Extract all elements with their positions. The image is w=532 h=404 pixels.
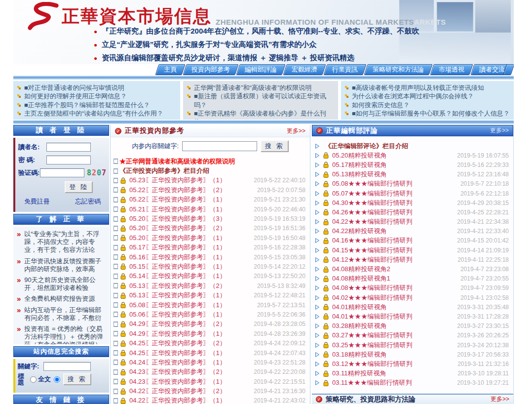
article-link[interactable]: 04.08精粹投研视角1	[332, 274, 390, 283]
article-link[interactable]: 05.20〖正华投资内部参考〗（1）	[129, 234, 226, 242]
article-row: 05.13〖正华投资内部参考〗（1） 2019-5-12 22:48:21	[114, 290, 307, 300]
lock-icon	[120, 273, 126, 280]
article-link[interactable]: 05.14〖正华投资内部参考〗（1）	[129, 272, 226, 281]
faq-link[interactable]: 如何更好的理解并使用正华网信息？	[17, 92, 177, 100]
faq-link[interactable]: ■高级读者帐号使用声明以及转载正华资讯须知	[344, 83, 510, 92]
article-link[interactable]: 05.17〖正华投资内部参考〗（1）	[129, 243, 226, 252]
nav-tab[interactable]: 投資内部參考	[183, 64, 238, 75]
content-keyword-input[interactable]	[182, 141, 257, 151]
editorial-header: ✓ 正華編輯部評論 更多>>	[312, 125, 513, 136]
article-link[interactable]: 05.13〖正华投资内部参考〗（1）	[129, 291, 226, 300]
inner-reference-more-link[interactable]: 更多>>	[287, 127, 305, 135]
pinned-item-link[interactable]: ★正华网普通读者和高级读者的权限说明	[119, 157, 235, 166]
article-link[interactable]: 03.28精粹投研视角	[332, 322, 387, 330]
login-button[interactable]: 登 陸	[65, 181, 93, 193]
article-link[interactable]: 05.23〖正华投资内部参考〗（1）	[129, 176, 226, 185]
article-link[interactable]: 05.08★★★编辑部行情研判	[332, 179, 413, 188]
faq-link[interactable]: ■如何与正华编辑部服务中心联系？如何修改个人信息？	[344, 109, 510, 118]
article-link[interactable]: 04.25〖正华投资内部参考〗（1）	[129, 349, 226, 358]
triangle-icon	[315, 219, 320, 225]
article-link[interactable]: 03.11★★★编辑部行情研判	[332, 378, 412, 387]
article-link[interactable]: 04.01精粹投研视角	[332, 303, 387, 312]
captcha-input[interactable]	[40, 168, 84, 177]
red-badge-icon: ✓	[316, 127, 323, 134]
article-link[interactable]: 05.20〖正华投资内部参考〗（3）	[129, 214, 226, 223]
editorial-more-link[interactable]: 更多>>	[490, 126, 509, 135]
article-link[interactable]: 03.12★★★编辑部行情研判	[332, 360, 413, 368]
article-link[interactable]: 05.20精粹投研视角	[332, 151, 387, 160]
faq-link[interactable]: 如何搜索历史信息？	[344, 101, 510, 109]
faq-link[interactable]: ■对正华普通读者的问候与审慎说明	[17, 83, 177, 92]
article-link[interactable]: 05.20〖正华投资内部参考〗（2）	[129, 224, 226, 233]
fulltext-radio[interactable]	[54, 376, 60, 383]
article-link[interactable]: 04.01★★★编辑部行情研判	[332, 312, 413, 321]
nav-tab[interactable]: 宏觀經濟	[283, 64, 326, 75]
article-link[interactable]: 04.12★★★编辑部行情研判	[332, 255, 413, 264]
article-link[interactable]: 05.22〖正华投资内部参考〗（2）	[129, 186, 226, 195]
article-link[interactable]: 04.22精粹投研视角	[332, 227, 387, 236]
article-link[interactable]: 04.16★★★编辑部行情研判	[332, 236, 413, 245]
keyword-input[interactable]	[43, 362, 91, 371]
article-link[interactable]: 05.07★★★编辑部行情研判	[332, 189, 413, 198]
article-link[interactable]: 04.22〖正华投资内部参考〗（2）	[129, 387, 226, 396]
article-link[interactable]: 04.23〖正华投资内部参考〗（2）	[129, 367, 226, 376]
article-link[interactable]: 03.27★★★编辑部行情研判	[332, 331, 413, 340]
username-input[interactable]	[46, 143, 91, 152]
article-link[interactable]: 05.13精粹投研视角	[332, 170, 387, 179]
nav-tab[interactable]: 策略研究和方法論	[364, 64, 432, 75]
forgot-password-link[interactable]: 忘記密碼	[75, 197, 101, 206]
lock-icon	[120, 263, 126, 270]
article-link[interactable]: 04.26★★★编辑部行情研判	[332, 208, 413, 217]
article-date: 2019-3-24 20:12:38	[457, 342, 511, 349]
nav-tab[interactable]: 主頁	[155, 64, 185, 75]
password-input[interactable]	[46, 156, 91, 164]
register-link[interactable]: 免費註冊	[24, 197, 50, 206]
article-link[interactable]: 05.17精粹投研视角	[332, 161, 387, 169]
article-date: 2019-4-22 22:15:51	[254, 378, 307, 385]
article-link[interactable]: 04.30★★★编辑部行情研判	[332, 199, 413, 207]
faq-link[interactable]: ■正华资讯精华《高级读者核心内参》是什么刊物？	[187, 109, 335, 120]
article-link[interactable]: 04.08精粹投研视角2	[332, 265, 390, 274]
nav-tab[interactable]: 編輯部評論	[236, 64, 285, 75]
pinned-item-link[interactable]: 《正华投资内部参考》栏目介绍	[119, 166, 209, 175]
article-link[interactable]: 04.23〖正华投资内部参考〗（1）	[129, 377, 226, 386]
faq-link[interactable]: 正华网“普通读者”和“高级读者”的权限说明	[187, 83, 335, 92]
article-link[interactable]: 05.22〖正华投资内部参考〗（1）	[129, 195, 226, 204]
article-date: 2019-5-20 22:46:40	[254, 206, 307, 213]
faq-link[interactable]: 为什么读者在浏览本网过程中偶尔会掉线？	[344, 92, 510, 100]
article-link[interactable]: 04.25〖正华投资内部参考〗（2）	[129, 339, 226, 348]
article-link[interactable]: 05.06〖正华投资内部参考〗（1）	[129, 310, 226, 319]
strategy-more-link[interactable]: 更多>>	[491, 395, 509, 404]
article-link[interactable]: 04.29〖正华投资内部参考〗（2）	[129, 320, 226, 328]
article-link[interactable]: 03.18精粹投研视角	[332, 350, 387, 359]
article-link[interactable]: 03.25★★★编辑部行情研判	[332, 341, 413, 350]
article-link[interactable]: 04.22★★★编辑部行情研判	[332, 217, 413, 226]
editorial-intro-link[interactable]: 《正华编辑部评论》栏目介绍	[325, 142, 408, 151]
faq-link[interactable]: 主页左侧登陆框中的“读者站内信息”有什么作用？	[17, 109, 177, 118]
article-link[interactable]: 03.11精粹投研视角	[332, 369, 386, 378]
article-link[interactable]: 05.16〖正华投资内部参考〗（1）	[129, 253, 226, 262]
faq-link[interactable]: ■正华推荐个股吗？编辑部答疑范围是什么？	[17, 101, 177, 109]
article-link[interactable]: 05.13〖正华投资内部参考〗（2）	[129, 282, 226, 290]
nav-tab[interactable]: 市場透視	[430, 64, 473, 75]
triangle-icon	[315, 332, 320, 338]
article-link[interactable]: 05.08〖正华投资内部参考〗（1）	[129, 301, 226, 310]
site-search-header: 站內信息完全搜索	[13, 346, 109, 357]
article-link[interactable]: 05.15〖正华投资内部参考〗（1）	[129, 262, 226, 271]
nav-tab-label: 主頁	[164, 65, 177, 74]
article-link[interactable]: 05.21〖正华投资内部参考〗（1）	[129, 205, 226, 214]
main-nav: 主頁 投資内部參考 編輯部評論 宏觀經濟 行業資訊 策略研究和方法論 市場透	[13, 64, 514, 75]
nav-tab[interactable]: 行業資訊	[323, 64, 366, 75]
triangle-icon	[315, 191, 320, 197]
article-link[interactable]: 04.24〖正华投资内部参考〗（1）	[129, 358, 226, 367]
article-link[interactable]: 04.15★★★编辑部行情研判	[332, 246, 413, 255]
article-link[interactable]: 04.08★★★编辑部行情研判	[332, 283, 413, 292]
article-link[interactable]: 04.29〖正华投资内部参考〗（1）	[129, 329, 226, 338]
article-date: 2019-4-24 22:09:12	[254, 340, 307, 347]
site-search-button[interactable]: 搜 索	[63, 373, 91, 385]
title-radio[interactable]	[30, 376, 37, 383]
article-link[interactable]: 04.02★★★编辑部行情研判	[332, 293, 413, 302]
content-search-button[interactable]: 搜 索	[261, 140, 289, 152]
article-link[interactable]: 04.22〖正华投资内部参考〗（1）	[129, 396, 226, 404]
faq-link[interactable]: ■新注册（或普通权限）读者可以试读正华资讯吗？	[187, 92, 335, 109]
